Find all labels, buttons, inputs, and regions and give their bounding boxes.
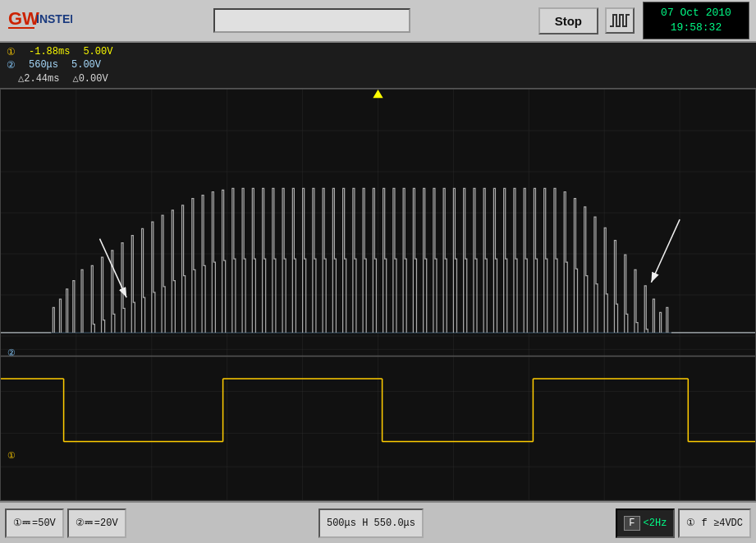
ch2-coupling-cell: ② ⎓ =20V [67,508,126,538]
f-badge: F [624,516,639,531]
waveform-display: PWM OFF 过零点 PWM ON 过零点 ② ① [0,89,756,501]
measurement-bar: ① -1.88ms 5.00V ② 560μs 5.00V △2.44ms △0… [0,43,756,89]
delta-time: △2.44ms [18,72,59,85]
ch1-coupling-cell: ① ⎓ =50V [5,508,64,538]
svg-text:②: ② [7,348,16,358]
freq-value: ≥4VDC [713,518,743,529]
ch1-scale: =50V [32,518,56,529]
input-box-area [85,8,538,33]
svg-text:①: ① [7,451,16,461]
time-div-value: 500μs [327,518,356,529]
ch2-scale: =20V [94,518,118,529]
waveform-mode-button[interactable] [605,7,635,34]
delta-voltage: △0.00V [72,72,108,85]
ch2-voltage: 5.00V [71,59,101,71]
logo-area: GW INSTEK [7,3,72,38]
top-bar: GW INSTEK Stop 07 Oct 2010 19:58:32 [0,0,756,43]
waveform-svg: ② ① [1,90,755,500]
freq-display: <2Hz [644,518,667,529]
logo-gw: GW INSTEK [7,3,72,38]
stop-button[interactable]: Stop [538,7,598,35]
status-bar: ① ⎓ =50V ② ⎓ =20V 500μs H 550.0μs F <2Hz… [0,501,756,543]
time-div-cell: 500μs H 550.0μs [318,508,424,538]
svg-text:INSTEK: INSTEK [36,12,72,25]
datetime-display: 07 Oct 2010 19:58:32 [643,2,749,39]
trig-ch-label: ① [686,517,695,529]
ch1-voltage: 5.00V [83,46,112,58]
ch2-label: ② [76,517,85,529]
freq-cell: F <2Hz [616,508,675,538]
trigger-pos-value: 550.0μs [374,518,415,529]
signal-display-box [213,8,410,33]
freq-label: f [702,518,708,529]
ch1-label: ① [13,517,22,529]
h-label: H [362,518,368,529]
ch1-time: -1.88ms [29,46,70,58]
ch2-time: 560μs [29,59,58,71]
oscilloscope-screen: ① -1.88ms 5.00V ② 560μs 5.00V △2.44ms △0… [0,43,756,501]
trigger-info-cell: ① f ≥4VDC [678,508,751,538]
svg-text:GW: GW [8,8,39,29]
